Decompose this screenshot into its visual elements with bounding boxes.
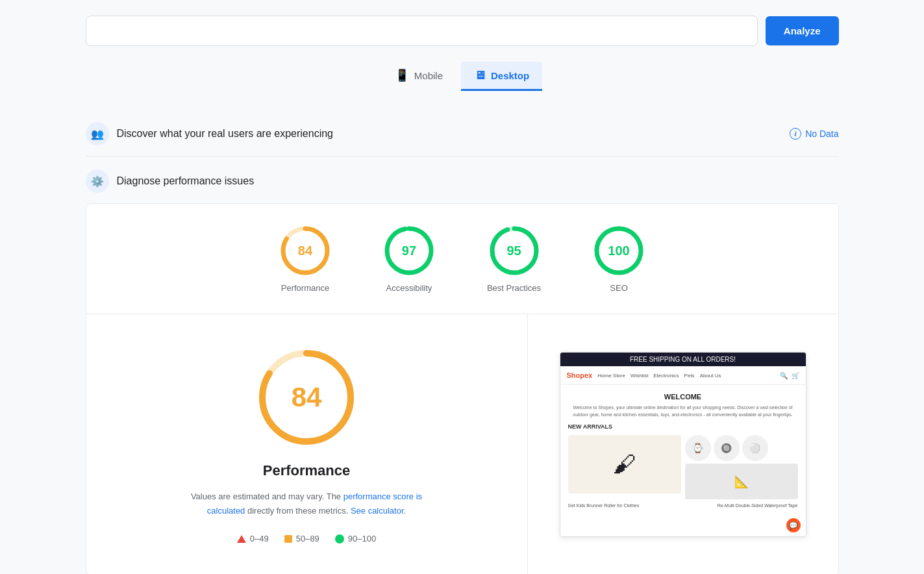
calculator-link[interactable]: See calculator [351,506,404,516]
score-circle-seo: 100 [593,225,645,277]
nav-logo: Shopex [567,371,593,379]
detail-title: Performance [263,462,351,479]
url-input[interactable]: https://shopexstore.com/ [86,16,758,46]
score-value-accessibility: 97 [402,243,416,258]
score-circle-accessibility: 97 [383,225,435,277]
score-value-best-practices: 95 [506,243,521,258]
no-data-label: No Data [805,129,838,139]
info-icon: i [790,128,801,140]
product-label-2: Re-Multi Double-Sided Waterproof Tape [718,503,798,508]
diagnose-title: Diagnose performance issues [117,175,255,187]
scores-panel: 84 Performance 97 Accessibility [86,203,839,574]
product-label-1: Get Kids Brunner Roller for Clothes [568,503,640,508]
device-tabs: 📱 Mobile 🖥 Desktop [86,62,839,91]
big-score-circle: 84 [255,345,358,449]
new-arrivals-label: NEW ARRIVALS [568,423,798,430]
detail-description: Values are estimated and may vary. The p… [177,490,436,518]
score-circle-best-practices: 95 [488,225,540,277]
detail-panel: 84 Performance Values are estimated and … [86,314,838,574]
chat-icon: 💬 [786,518,801,532]
score-value-performance: 84 [298,243,312,258]
score-item-performance[interactable]: 84 Performance [279,225,331,293]
tab-mobile-label: Mobile [414,70,443,81]
legend-pass: 90–100 [335,534,376,543]
screenshot-top-bar: FREE SHIPPING ON ALL ORDERS! [560,353,806,366]
legend-average: 50–89 [284,534,319,543]
mobile-icon: 📱 [395,68,409,82]
nav-icons: 🔍 🛒 [780,372,799,379]
real-users-icon: 👥 [86,122,109,145]
product-grid: 🖌 ⌚ 🔘 ⚪ 📐 [568,435,798,499]
score-label-best-practices: Best Practices [487,283,541,293]
score-item-seo[interactable]: 100 SEO [593,225,645,293]
detail-left: 84 Performance Values are estimated and … [86,314,528,574]
score-label-accessibility: Accessibility [386,283,432,293]
hero-title: WELCOME [568,393,798,401]
legend-fail: 0–49 [237,534,269,543]
screenshot-nav: Shopex Home Store Wishlist Electronics P… [560,366,806,385]
pass-icon [335,534,344,543]
score-item-accessibility[interactable]: 97 Accessibility [383,225,435,293]
score-item-best-practices[interactable]: 95 Best Practices [487,225,541,293]
score-value-seo: 100 [608,243,629,258]
screenshot: FREE SHIPPING ON ALL ORDERS! Shopex Home… [560,352,806,537]
nav-links: Home Store Wishlist Electronics Pets Abo… [597,373,774,379]
hero-text: Welcome to Shopex, your ultimate online … [568,405,798,418]
desktop-icon: 🖥 [474,69,486,82]
score-circle-performance: 84 [279,225,331,277]
diagnose-header: ⚙️ Diagnose performance issues [86,169,839,193]
tab-desktop-label: Desktop [491,70,529,81]
tab-desktop[interactable]: 🖥 Desktop [461,62,542,91]
screenshot-hero: WELCOME Welcome to Shopex, your ultimate… [560,385,806,516]
no-data-badge: i No Data [790,128,838,140]
real-users-section: 👥 Discover what your real users are expe… [86,112,839,156]
score-label-performance: Performance [281,283,329,293]
score-label-seo: SEO [610,283,627,293]
legend: 0–49 50–89 90–100 [237,534,376,543]
real-users-title: Discover what your real users are experi… [117,128,333,140]
scores-row: 84 Performance 97 Accessibility [86,204,838,314]
product-side: ⌚ 🔘 ⚪ 📐 [685,435,798,499]
analyze-button[interactable]: Analyze [766,16,839,45]
average-icon [284,535,292,543]
tab-mobile[interactable]: 📱 Mobile [382,62,456,91]
big-score-value: 84 [292,382,322,413]
fail-icon [237,535,246,543]
product-main: 🖌 [568,435,681,493]
detail-right: FREE SHIPPING ON ALL ORDERS! Shopex Home… [528,314,838,574]
diagnose-section: ⚙️ Diagnose performance issues 84 Perfor… [86,169,839,574]
diagnose-icon: ⚙️ [86,169,109,193]
